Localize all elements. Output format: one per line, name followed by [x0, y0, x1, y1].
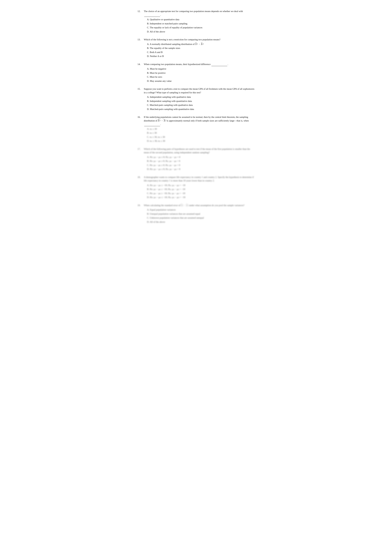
q14-options: A. Must be negative B. Must be positive …: [147, 67, 254, 83]
q14-text: When comparing two population means, the…: [144, 62, 254, 66]
q15-option-b: B. Independent sampling with quantitativ…: [147, 99, 254, 103]
q12-option-c: C. The equality or lack of equality of p…: [147, 26, 254, 29]
q19-number: 19.: [138, 204, 144, 207]
q13-option-d: D. Neither A or B: [147, 54, 254, 58]
q16-options: A. n₁ ≥ 30 B. n₂ ≥ 30 C. n₁ ≥ 30, n₂ ≥ 3…: [147, 127, 254, 143]
q18-number: 18.: [138, 175, 144, 179]
question-13: 13. Which of the following is not a rest…: [138, 38, 254, 58]
q14-option-c: C. Must be zero: [147, 75, 254, 79]
q17-option-a: A. H₀: μ₁ − μ₂ ≥ 0; Hₐ: μ₁ − μ₂ < 0: [147, 155, 254, 159]
q16-option-d: D. n₁ ≥ 30, n₂ ≥ 30: [147, 139, 254, 143]
question-14: 14. When comparing two population means,…: [138, 62, 254, 83]
q18-option-b: B. H₀: μ₁ − μ₂ ≤ −10; Hₐ: μ₁ − μ₂ > −10: [147, 187, 254, 191]
q15-option-c: C. Matched-pairs sampling with qualitati…: [147, 103, 254, 107]
q16-number: 16.: [138, 115, 144, 119]
q17-option-b: B. H₀: μ₁ − μ₂ ≤ 0; Hₐ: μ₁ − μ₂ > 0: [147, 159, 254, 163]
q12-option-a: A. Qualitative or quantitative data: [147, 18, 254, 21]
question-17: 17. Which of the following pairs of hypo…: [138, 147, 254, 171]
q16-text: If the underlying populations cannot be …: [144, 115, 254, 126]
q14-number: 14.: [138, 62, 144, 66]
q13-text: Which of the following is not a restrict…: [144, 38, 254, 41]
q17-options: A. H₀: μ₁ − μ₂ ≥ 0; Hₐ: μ₁ − μ₂ < 0 B. H…: [147, 155, 254, 171]
q14-option-d: D. May assume any value: [147, 79, 254, 83]
q17-number: 17.: [138, 147, 144, 151]
q17-text: Which of the following pairs of hypothes…: [144, 147, 254, 154]
q13-number: 13.: [138, 38, 144, 41]
q15-option-d: D. Matched-pairs sampling with quantitat…: [147, 107, 254, 111]
q18-option-d: D. H₀: μ₁ − μ₂ ≤ −10; Hₐ: μ₁ − μ₂ > −10: [147, 196, 254, 199]
q12-options: A. Qualitative or quantitative data B. I…: [147, 18, 254, 33]
q15-number: 15.: [138, 87, 144, 91]
q12-blank: [144, 13, 160, 17]
page-content: 12. The choice of an appropriate test fo…: [138, 9, 254, 224]
q19-text: When calculating the standard error of X…: [144, 204, 254, 207]
q14-blank: [211, 62, 227, 66]
question-19: 19. When calculating the standard error …: [138, 204, 254, 224]
q17-option-d: D. H₀: μ₁ − μ₂ ≤ 0; Hₐ: μ₁ − μ₂ > 0: [147, 167, 254, 171]
q16-option-a: A. n₁ ≥ 30: [147, 127, 254, 131]
q19-option-d: D. All of the above: [147, 220, 254, 224]
q13-options: A. A normally distributed sampling distr…: [147, 42, 254, 58]
question-12: 12. The choice of an appropriate test fo…: [138, 9, 254, 33]
q18-text: A demographer wants to compare life expe…: [144, 175, 254, 183]
q12-text: The choice of an appropriate test for co…: [144, 9, 254, 17]
q13-option-b: B. The equality of the sample sizes: [147, 46, 254, 50]
q13-option-c: C. Both A and B: [147, 51, 254, 54]
q18-option-a: A. H₀: μ₁ − μ₂ ≥ −10; Hₐ: μ₁ − μ₂ < −10: [147, 183, 254, 187]
q16-option-b: B. n₂ ≥ 30: [147, 131, 254, 135]
q17-option-c: C. H₀: μ₁ − μ₂ ≥ 0; Hₐ: μ₁ − μ₂ < 0: [147, 163, 254, 167]
q19-option-a: A. Equal population variances: [147, 208, 254, 212]
question-18: 18. A demographer wants to compare life …: [138, 175, 254, 199]
q13-formula: X1 − X2: [195, 42, 203, 46]
q12-number: 12.: [138, 9, 144, 13]
q14-option-a: A. Must be negative: [147, 67, 254, 71]
q15-options: A. Independent sampling with qualitative…: [147, 95, 254, 111]
q14-option-b: B. Must be positive: [147, 71, 254, 75]
q19-options: A. Equal population variances B. Unequal…: [147, 208, 254, 224]
question-16: 16. If the underlying populations cannot…: [138, 115, 254, 143]
q18-option-c: C. H₀: μ₁ − μ₂ ≥ −10; Hₐ: μ₁ − μ₂ < −10: [147, 191, 254, 195]
q12-option-d: D. All of the above: [147, 30, 254, 34]
q15-text: Suppose you want to perform a test to co…: [144, 87, 254, 94]
q16-option-c: C. n₁ ≥ 30, n₂ ≥ 30: [147, 135, 254, 139]
question-15: 15. Suppose you want to perform a test t…: [138, 87, 254, 111]
q16-formula: X1 − X2: [158, 119, 166, 123]
q13-option-a: A. A normally distributed sampling distr…: [147, 42, 254, 46]
q15-option-a: A. Independent sampling with qualitative…: [147, 95, 254, 99]
q18-options: A. H₀: μ₁ − μ₂ ≥ −10; Hₐ: μ₁ − μ₂ < −10 …: [147, 183, 254, 199]
q16-blank: [144, 122, 160, 126]
q19-option-c: C. Unknown population variances that are…: [147, 216, 254, 220]
q19-option-b: B. Unequal population variances that are…: [147, 212, 254, 216]
q12-option-b: B. Independent or matched-pairs sampling: [147, 22, 254, 25]
